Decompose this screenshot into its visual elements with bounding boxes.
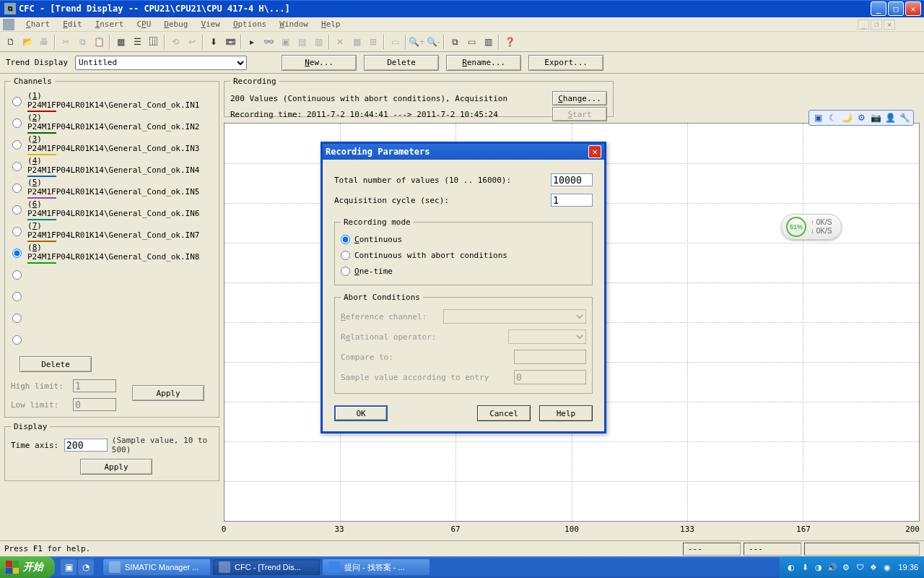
palette-icon-1[interactable]: ▣	[812, 112, 824, 124]
mode-continuous-abort-radio[interactable]	[341, 251, 350, 260]
copy-icon[interactable]: ⧉	[74, 34, 90, 50]
channel-delete-button[interactable]: Delete	[19, 356, 92, 372]
channel-radio-6[interactable]	[12, 205, 22, 215]
mdi-minimize-button[interactable]: _	[858, 20, 869, 30]
tb-icon-7[interactable]: 📼	[222, 34, 238, 50]
tb-icon-8[interactable]: ▸	[244, 34, 260, 50]
limits-apply-button[interactable]: Apply	[132, 385, 204, 401]
channel-radio-1[interactable]	[12, 97, 22, 106]
dialog-title: Recording Parameters	[326, 147, 430, 157]
clock[interactable]: 19:36	[898, 563, 918, 571]
rename-button[interactable]: Rename...	[446, 55, 521, 71]
tb-icon-12[interactable]: ▥	[310, 34, 326, 50]
tray-icon[interactable]: 🛡	[854, 561, 866, 573]
tb-icon-19[interactable]: ▥	[480, 34, 496, 50]
menu-options[interactable]: Options	[227, 18, 272, 30]
channel-radio-empty-1[interactable]	[12, 270, 22, 280]
zoom-out-icon[interactable]: 🔍-	[425, 34, 441, 50]
total-values-input[interactable]	[551, 173, 593, 186]
minimize-button[interactable]: _	[871, 1, 886, 16]
menu-window[interactable]: Window	[274, 18, 314, 30]
menu-cpu[interactable]: CPU	[131, 18, 157, 30]
menu-help[interactable]: Help	[315, 18, 346, 30]
tb-icon-5[interactable]: ↩	[184, 34, 200, 50]
channel-radio-4[interactable]	[12, 162, 22, 171]
channel-radio-3[interactable]	[12, 140, 22, 150]
palette-icon-2[interactable]: ☾	[827, 112, 838, 124]
trend-select[interactable]: Untitled	[75, 56, 247, 70]
tb-icon-17[interactable]: ⧉	[447, 34, 463, 50]
mdi-close-button[interactable]: ✕	[884, 20, 895, 30]
tb-icon-9[interactable]: 👓	[261, 34, 276, 50]
mode-continuous-radio[interactable]	[341, 235, 350, 244]
tb-icon-16[interactable]: ▭	[387, 34, 403, 50]
tb-icon-14[interactable]: ▦	[349, 34, 365, 50]
menu-chart[interactable]: CCharthart	[20, 18, 56, 30]
palette-wrench-icon[interactable]: 🔧	[899, 112, 910, 124]
close-button[interactable]: ✕	[905, 1, 921, 16]
menu-insert[interactable]: Insert	[90, 18, 130, 30]
new-button[interactable]: New...	[282, 55, 357, 71]
channel-radio-2[interactable]	[12, 118, 22, 128]
palette-icon-3[interactable]: ⚙	[855, 112, 867, 124]
tray-icon[interactable]: ⚙	[840, 561, 852, 573]
display-apply-button[interactable]: Apply	[80, 459, 152, 475]
zoom-in-icon[interactable]: 🔍+	[409, 34, 424, 50]
menu-edit[interactable]: Edit	[57, 18, 88, 30]
tb-icon-13[interactable]: ✕	[332, 34, 348, 50]
tray-icon[interactable]: ◉	[881, 561, 893, 573]
tb-icon-18[interactable]: ▭	[463, 34, 479, 50]
tb-icon-6[interactable]: ⬇	[206, 34, 222, 50]
start-button[interactable]: 开始	[0, 556, 55, 578]
print-icon[interactable]: 🖶	[36, 34, 52, 50]
channel-radio-8[interactable]	[12, 249, 22, 258]
palette-moon-icon[interactable]: 🌙	[841, 112, 853, 124]
channel-radio-empty-4[interactable]	[12, 335, 22, 345]
channel-radio-empty-2[interactable]	[12, 292, 22, 301]
tray-icon[interactable]: ◑	[813, 561, 824, 573]
delete-button[interactable]: Delete	[364, 55, 439, 71]
help-button[interactable]: Help	[539, 405, 593, 421]
tray-icon[interactable]: ⬇	[799, 561, 811, 573]
tb-icon-4[interactable]: ⟲	[167, 34, 183, 50]
tray-icon[interactable]: ❖	[868, 561, 879, 573]
help-pointer-icon[interactable]: ❓	[502, 34, 518, 50]
tray-icon[interactable]: ◐	[785, 561, 797, 573]
palette-icon-4[interactable]: 📷	[870, 112, 881, 124]
tb-icon-2[interactable]: ☰	[129, 34, 145, 50]
time-axis-input[interactable]	[64, 439, 108, 452]
tb-icon-3[interactable]: ⿲	[146, 34, 162, 50]
palette-icon-5[interactable]: 👤	[884, 112, 896, 124]
menu-view[interactable]: View	[195, 18, 226, 30]
taskbar-item-ie[interactable]: 提问 - 找答案 - ...	[322, 558, 430, 576]
change-button[interactable]: Change...	[552, 91, 607, 105]
new-icon[interactable]: 🗋	[3, 34, 19, 50]
ok-button[interactable]: OK	[334, 405, 388, 421]
cut-icon[interactable]: ✂	[58, 34, 74, 50]
taskbar-item-simatic[interactable]: SIMATIC Manager ...	[103, 558, 211, 576]
tb-icon-15[interactable]: ⊞	[365, 34, 381, 50]
open-icon[interactable]: 📂	[19, 34, 35, 50]
dialog-close-button[interactable]: ✕	[588, 145, 601, 158]
tb-icon-11[interactable]: ▤	[294, 34, 310, 50]
compare-label: Compare to:	[341, 353, 508, 362]
export-button[interactable]: Export...	[528, 55, 603, 71]
quicklaunch-icon-2[interactable]: ◔	[78, 559, 94, 575]
tb-icon-10[interactable]: ▣	[277, 34, 293, 50]
maximize-button[interactable]: □	[888, 1, 904, 16]
menu-debug[interactable]: Debug	[158, 18, 193, 30]
status-text: Press F1 for help.	[4, 544, 680, 553]
quicklaunch-icon-1[interactable]: ▣	[61, 559, 77, 575]
tb-icon-1[interactable]: ▦	[113, 34, 128, 50]
cancel-button[interactable]: Cancel	[477, 405, 531, 421]
acq-cycle-input[interactable]	[551, 194, 593, 207]
mode-onetime-radio[interactable]	[341, 267, 350, 276]
download-badge[interactable]: 51% 0K/S 0K/S	[781, 214, 842, 240]
channel-radio-7[interactable]	[12, 227, 22, 236]
channel-radio-empty-3[interactable]	[12, 314, 22, 323]
taskbar-item-cfc[interactable]: CFC - [Trend Dis...	[212, 558, 321, 576]
paste-icon[interactable]: 📋	[91, 34, 107, 50]
channel-radio-5[interactable]	[12, 184, 22, 193]
tray-icon[interactable]: 🔊	[827, 561, 838, 573]
mdi-restore-button[interactable]: ❐	[871, 20, 882, 30]
